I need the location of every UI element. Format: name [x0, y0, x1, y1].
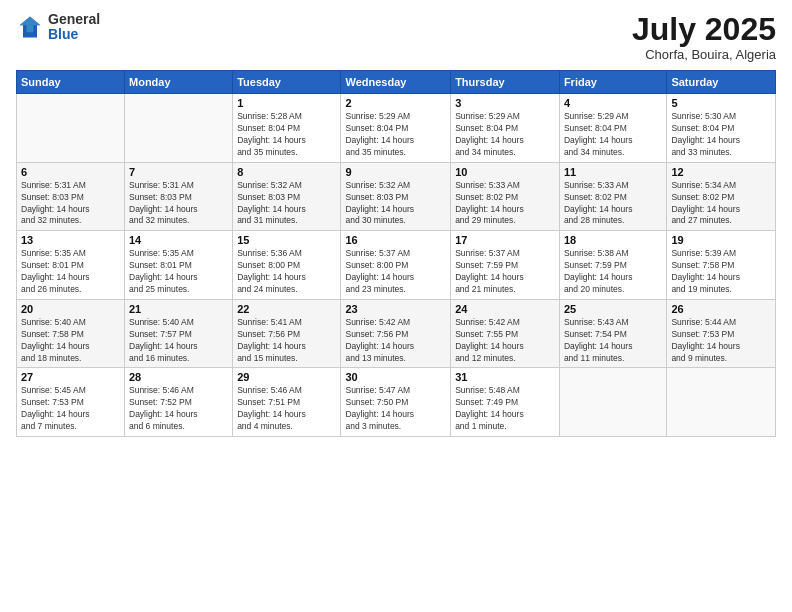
day-number-7: 7	[129, 166, 228, 178]
cell-2-3: 16Sunrise: 5:37 AM Sunset: 8:00 PM Dayli…	[341, 231, 451, 300]
day-info-10: Sunrise: 5:33 AM Sunset: 8:02 PM Dayligh…	[455, 180, 555, 228]
day-number-30: 30	[345, 371, 446, 383]
cell-4-2: 29Sunrise: 5:46 AM Sunset: 7:51 PM Dayli…	[233, 368, 341, 437]
day-number-21: 21	[129, 303, 228, 315]
day-info-4: Sunrise: 5:29 AM Sunset: 8:04 PM Dayligh…	[564, 111, 662, 159]
logo-icon	[16, 13, 44, 41]
day-info-29: Sunrise: 5:46 AM Sunset: 7:51 PM Dayligh…	[237, 385, 336, 433]
header-friday: Friday	[559, 71, 666, 94]
day-number-14: 14	[129, 234, 228, 246]
week-row-3: 20Sunrise: 5:40 AM Sunset: 7:58 PM Dayli…	[17, 299, 776, 368]
header-sunday: Sunday	[17, 71, 125, 94]
day-number-16: 16	[345, 234, 446, 246]
header-tuesday: Tuesday	[233, 71, 341, 94]
cell-1-3: 9Sunrise: 5:32 AM Sunset: 8:03 PM Daylig…	[341, 162, 451, 231]
header: General Blue July 2025 Chorfa, Bouira, A…	[16, 12, 776, 62]
day-number-8: 8	[237, 166, 336, 178]
day-info-6: Sunrise: 5:31 AM Sunset: 8:03 PM Dayligh…	[21, 180, 120, 228]
cell-3-0: 20Sunrise: 5:40 AM Sunset: 7:58 PM Dayli…	[17, 299, 125, 368]
page: General Blue July 2025 Chorfa, Bouira, A…	[0, 0, 792, 612]
day-info-18: Sunrise: 5:38 AM Sunset: 7:59 PM Dayligh…	[564, 248, 662, 296]
week-row-1: 6Sunrise: 5:31 AM Sunset: 8:03 PM Daylig…	[17, 162, 776, 231]
day-number-26: 26	[671, 303, 771, 315]
day-info-7: Sunrise: 5:31 AM Sunset: 8:03 PM Dayligh…	[129, 180, 228, 228]
cell-1-0: 6Sunrise: 5:31 AM Sunset: 8:03 PM Daylig…	[17, 162, 125, 231]
day-info-8: Sunrise: 5:32 AM Sunset: 8:03 PM Dayligh…	[237, 180, 336, 228]
month-title: July 2025	[632, 12, 776, 47]
day-info-25: Sunrise: 5:43 AM Sunset: 7:54 PM Dayligh…	[564, 317, 662, 365]
cell-0-0	[17, 94, 125, 163]
day-info-15: Sunrise: 5:36 AM Sunset: 8:00 PM Dayligh…	[237, 248, 336, 296]
day-info-12: Sunrise: 5:34 AM Sunset: 8:02 PM Dayligh…	[671, 180, 771, 228]
cell-0-5: 4Sunrise: 5:29 AM Sunset: 8:04 PM Daylig…	[559, 94, 666, 163]
header-saturday: Saturday	[667, 71, 776, 94]
day-info-19: Sunrise: 5:39 AM Sunset: 7:58 PM Dayligh…	[671, 248, 771, 296]
logo-blue-text: Blue	[48, 27, 100, 42]
day-info-11: Sunrise: 5:33 AM Sunset: 8:02 PM Dayligh…	[564, 180, 662, 228]
day-info-30: Sunrise: 5:47 AM Sunset: 7:50 PM Dayligh…	[345, 385, 446, 433]
day-info-14: Sunrise: 5:35 AM Sunset: 8:01 PM Dayligh…	[129, 248, 228, 296]
cell-1-4: 10Sunrise: 5:33 AM Sunset: 8:02 PM Dayli…	[451, 162, 560, 231]
day-info-17: Sunrise: 5:37 AM Sunset: 7:59 PM Dayligh…	[455, 248, 555, 296]
day-number-3: 3	[455, 97, 555, 109]
cell-1-5: 11Sunrise: 5:33 AM Sunset: 8:02 PM Dayli…	[559, 162, 666, 231]
calendar-table: Sunday Monday Tuesday Wednesday Thursday…	[16, 70, 776, 437]
cell-4-3: 30Sunrise: 5:47 AM Sunset: 7:50 PM Dayli…	[341, 368, 451, 437]
title-block: July 2025 Chorfa, Bouira, Algeria	[632, 12, 776, 62]
day-number-25: 25	[564, 303, 662, 315]
header-thursday: Thursday	[451, 71, 560, 94]
day-info-27: Sunrise: 5:45 AM Sunset: 7:53 PM Dayligh…	[21, 385, 120, 433]
day-number-12: 12	[671, 166, 771, 178]
day-number-2: 2	[345, 97, 446, 109]
cell-1-1: 7Sunrise: 5:31 AM Sunset: 8:03 PM Daylig…	[125, 162, 233, 231]
day-info-31: Sunrise: 5:48 AM Sunset: 7:49 PM Dayligh…	[455, 385, 555, 433]
cell-4-1: 28Sunrise: 5:46 AM Sunset: 7:52 PM Dayli…	[125, 368, 233, 437]
logo-general-text: General	[48, 12, 100, 27]
day-info-20: Sunrise: 5:40 AM Sunset: 7:58 PM Dayligh…	[21, 317, 120, 365]
cell-0-2: 1Sunrise: 5:28 AM Sunset: 8:04 PM Daylig…	[233, 94, 341, 163]
day-info-2: Sunrise: 5:29 AM Sunset: 8:04 PM Dayligh…	[345, 111, 446, 159]
day-number-22: 22	[237, 303, 336, 315]
day-number-20: 20	[21, 303, 120, 315]
day-number-31: 31	[455, 371, 555, 383]
week-row-2: 13Sunrise: 5:35 AM Sunset: 8:01 PM Dayli…	[17, 231, 776, 300]
cell-3-2: 22Sunrise: 5:41 AM Sunset: 7:56 PM Dayli…	[233, 299, 341, 368]
logo: General Blue	[16, 12, 100, 43]
day-number-28: 28	[129, 371, 228, 383]
cell-3-6: 26Sunrise: 5:44 AM Sunset: 7:53 PM Dayli…	[667, 299, 776, 368]
day-number-29: 29	[237, 371, 336, 383]
day-info-5: Sunrise: 5:30 AM Sunset: 8:04 PM Dayligh…	[671, 111, 771, 159]
cell-1-2: 8Sunrise: 5:32 AM Sunset: 8:03 PM Daylig…	[233, 162, 341, 231]
cell-3-5: 25Sunrise: 5:43 AM Sunset: 7:54 PM Dayli…	[559, 299, 666, 368]
day-info-9: Sunrise: 5:32 AM Sunset: 8:03 PM Dayligh…	[345, 180, 446, 228]
day-number-13: 13	[21, 234, 120, 246]
header-row: Sunday Monday Tuesday Wednesday Thursday…	[17, 71, 776, 94]
cell-4-0: 27Sunrise: 5:45 AM Sunset: 7:53 PM Dayli…	[17, 368, 125, 437]
svg-marker-1	[20, 17, 41, 33]
cell-3-3: 23Sunrise: 5:42 AM Sunset: 7:56 PM Dayli…	[341, 299, 451, 368]
day-info-3: Sunrise: 5:29 AM Sunset: 8:04 PM Dayligh…	[455, 111, 555, 159]
cell-3-4: 24Sunrise: 5:42 AM Sunset: 7:55 PM Dayli…	[451, 299, 560, 368]
day-number-27: 27	[21, 371, 120, 383]
week-row-0: 1Sunrise: 5:28 AM Sunset: 8:04 PM Daylig…	[17, 94, 776, 163]
day-number-17: 17	[455, 234, 555, 246]
day-number-6: 6	[21, 166, 120, 178]
cell-2-5: 18Sunrise: 5:38 AM Sunset: 7:59 PM Dayli…	[559, 231, 666, 300]
day-info-16: Sunrise: 5:37 AM Sunset: 8:00 PM Dayligh…	[345, 248, 446, 296]
day-info-22: Sunrise: 5:41 AM Sunset: 7:56 PM Dayligh…	[237, 317, 336, 365]
day-number-9: 9	[345, 166, 446, 178]
cell-2-1: 14Sunrise: 5:35 AM Sunset: 8:01 PM Dayli…	[125, 231, 233, 300]
week-row-4: 27Sunrise: 5:45 AM Sunset: 7:53 PM Dayli…	[17, 368, 776, 437]
day-number-11: 11	[564, 166, 662, 178]
cell-2-4: 17Sunrise: 5:37 AM Sunset: 7:59 PM Dayli…	[451, 231, 560, 300]
day-info-21: Sunrise: 5:40 AM Sunset: 7:57 PM Dayligh…	[129, 317, 228, 365]
day-number-10: 10	[455, 166, 555, 178]
day-info-28: Sunrise: 5:46 AM Sunset: 7:52 PM Dayligh…	[129, 385, 228, 433]
cell-2-0: 13Sunrise: 5:35 AM Sunset: 8:01 PM Dayli…	[17, 231, 125, 300]
day-number-5: 5	[671, 97, 771, 109]
cell-0-4: 3Sunrise: 5:29 AM Sunset: 8:04 PM Daylig…	[451, 94, 560, 163]
day-number-18: 18	[564, 234, 662, 246]
day-number-24: 24	[455, 303, 555, 315]
day-info-23: Sunrise: 5:42 AM Sunset: 7:56 PM Dayligh…	[345, 317, 446, 365]
cell-0-3: 2Sunrise: 5:29 AM Sunset: 8:04 PM Daylig…	[341, 94, 451, 163]
